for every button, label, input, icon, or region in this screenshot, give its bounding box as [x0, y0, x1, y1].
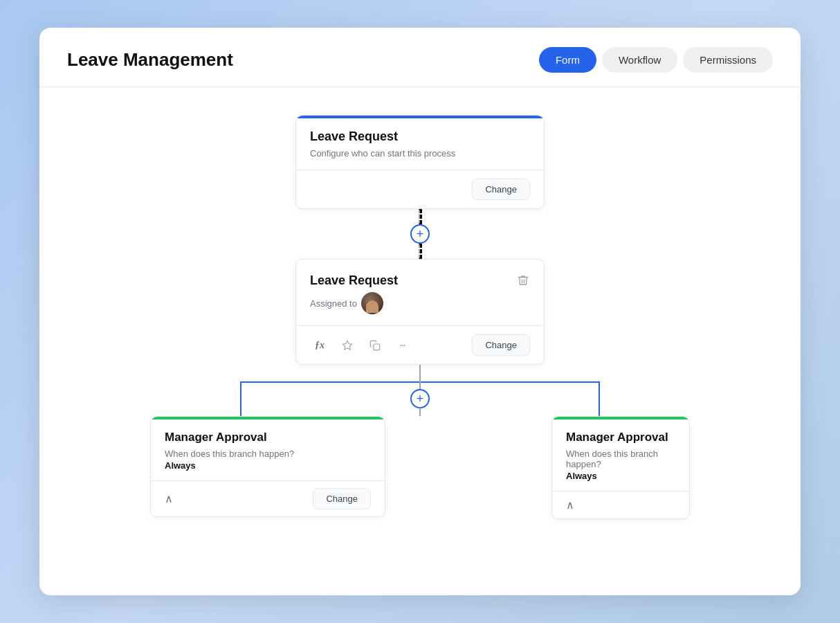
card-2-title: Leave Request: [310, 273, 530, 288]
tab-group: Form Workflow Permissions: [539, 47, 773, 73]
connector-1: +: [410, 209, 430, 259]
branch-v-left: [240, 381, 241, 416]
branch-card-left-footer: ∧ Change: [151, 480, 385, 516]
connector-line-2: [419, 365, 421, 381]
branch-right-desc2: Always: [566, 471, 675, 481]
connector-line-1b: [419, 244, 422, 259]
dots-icon[interactable]: [393, 336, 412, 355]
branch-card-right-footer: ∧: [552, 491, 689, 518]
branch-card-left: Manager Approval When does this branch h…: [150, 416, 385, 517]
svg-point-2: [400, 345, 401, 346]
card-2-footer: ƒx: [296, 325, 544, 364]
avatar: [361, 292, 383, 314]
main-content: Leave Request Configure who can start th…: [39, 87, 801, 586]
app-container: Leave Management Form Workflow Permissio…: [39, 28, 801, 595]
leave-request-card-2: Leave Request Assigned to ƒx: [295, 259, 545, 365]
add-step-button-1[interactable]: +: [410, 224, 430, 244]
leave-request-card-1: Leave Request Configure who can start th…: [295, 115, 545, 209]
page-title: Leave Management: [67, 49, 525, 71]
tab-permissions[interactable]: Permissions: [683, 47, 773, 73]
assigned-row: Assigned to: [310, 292, 530, 314]
connector-line-1a: [419, 209, 422, 224]
star-icon[interactable]: [338, 336, 357, 355]
branch-connector-area: +: [185, 381, 655, 416]
branch-right-accent: [552, 417, 689, 419]
branch-card-left-body: Manager Approval When does this branch h…: [151, 417, 385, 480]
branch-left-title: Manager Approval: [165, 431, 371, 444]
svg-marker-0: [343, 341, 351, 350]
chevron-up-icon-right[interactable]: ∧: [566, 498, 574, 512]
card-2-body: Leave Request Assigned to: [296, 260, 544, 325]
icon-toolbar: ƒx: [310, 336, 412, 355]
branch-card-right: Manager Approval When does this branch h…: [551, 416, 690, 519]
copy-icon[interactable]: [365, 336, 385, 355]
header: Leave Management Form Workflow Permissio…: [39, 28, 801, 87]
branch-v-right: [599, 381, 600, 416]
branch-left-change-button[interactable]: Change: [313, 488, 371, 509]
card-1-subtitle: Configure who can start this process: [310, 148, 530, 159]
tab-workflow[interactable]: Workflow: [602, 47, 677, 73]
card-2-change-button[interactable]: Change: [472, 334, 530, 356]
branch-card-right-body: Manager Approval When does this branch h…: [552, 417, 689, 491]
card-1-change-button[interactable]: Change: [472, 179, 530, 200]
card-1-body: Leave Request Configure who can start th…: [296, 116, 544, 170]
card-1-title: Leave Request: [310, 129, 530, 144]
branch-left-desc2: Always: [165, 460, 371, 471]
svg-point-4: [404, 345, 405, 346]
svg-point-3: [402, 345, 403, 346]
assigned-label: Assigned to: [310, 298, 357, 309]
svg-rect-1: [374, 344, 380, 350]
branch-right-title: Manager Approval: [566, 431, 675, 444]
branch-left-desc1: When does this branch happen?: [165, 449, 371, 459]
branch-cards-row: Manager Approval When does this branch h…: [150, 416, 690, 519]
delete-icon[interactable]: [513, 271, 533, 290]
chevron-up-icon-left[interactable]: ∧: [165, 492, 173, 505]
branch-v-center-bottom: [419, 408, 421, 416]
branch-right-desc1: When does this branch happen?: [566, 449, 675, 469]
fx-icon[interactable]: ƒx: [310, 336, 329, 355]
tab-form[interactable]: Form: [539, 47, 596, 73]
add-branch-button[interactable]: +: [410, 389, 430, 408]
card-1-footer: Change: [296, 170, 544, 208]
workflow-canvas: Leave Request Configure who can start th…: [39, 115, 801, 519]
